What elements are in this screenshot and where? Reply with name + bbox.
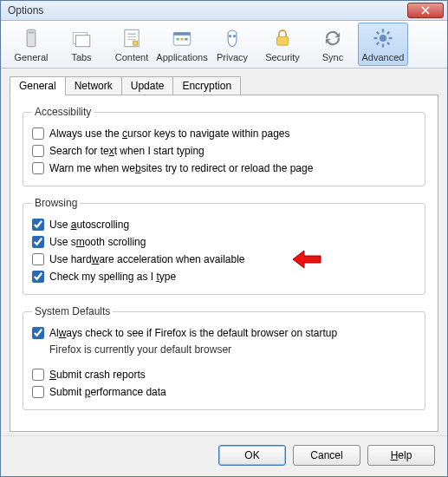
toolbar-label: Security (265, 52, 300, 62)
default-browser-note: Firefox is currently your default browse… (49, 342, 416, 359)
sync-icon (321, 26, 345, 50)
general-icon (19, 26, 43, 50)
privacy-icon (220, 26, 244, 50)
toolbar-content[interactable]: Content (107, 23, 157, 66)
toolbar-applications[interactable]: Applications (157, 23, 207, 66)
toolbar-general[interactable]: General (6, 23, 56, 66)
svg-rect-1 (29, 32, 35, 34)
security-icon (270, 26, 295, 50)
browsing-item-2-row: Use hardware acceleration when available (32, 251, 416, 268)
applications-icon (170, 26, 194, 50)
close-button[interactable] (407, 3, 444, 18)
browsing-group: BrowsingUse autoscrollingUse smooth scro… (23, 197, 425, 295)
subtab-general[interactable]: General (10, 76, 66, 95)
system-item-0-label[interactable]: Always check to see if Firefox is the de… (49, 327, 416, 339)
svg-line-25 (377, 42, 379, 44)
svg-line-24 (387, 32, 389, 34)
toolbar-sync[interactable]: Sync (308, 23, 358, 66)
advanced-subtabs: GeneralNetworkUpdateEncryption (10, 76, 438, 95)
subtab-encryption[interactable]: Encryption (172, 76, 241, 95)
system-item-0-row: Always check to see if Firefox is the de… (32, 324, 416, 342)
accessibility-legend: Accessibility (32, 106, 94, 118)
system-legend: System Defaults (32, 305, 113, 317)
system-group: System DefaultsAlways check to see if Fi… (23, 305, 425, 410)
browsing-legend: Browsing (32, 197, 80, 209)
tabs-icon (69, 26, 94, 50)
svg-rect-16 (277, 36, 289, 45)
system-extra-1-checkbox[interactable] (32, 386, 44, 398)
system-extra-0-checkbox[interactable] (32, 369, 44, 381)
svg-rect-8 (133, 41, 138, 45)
svg-line-23 (387, 42, 389, 44)
browsing-item-3-label[interactable]: Check my spelling as I type (49, 271, 416, 283)
subtab-network[interactable]: Network (65, 76, 122, 95)
accessibility-group: AccessibilityAlways use the cursor keys … (23, 106, 425, 186)
svg-rect-12 (180, 38, 183, 40)
system-extra-1-label[interactable]: Submit performance data (49, 386, 416, 398)
accessibility-item-1-checkbox[interactable] (32, 145, 44, 157)
help-button[interactable]: Help (367, 445, 435, 466)
ok-button[interactable]: OK (218, 445, 286, 466)
accessibility-item-0-row: Always use the cursor keys to navigate w… (32, 125, 416, 142)
browsing-item-1-checkbox[interactable] (32, 236, 44, 248)
toolbar-label: Tabs (71, 52, 91, 62)
browsing-item-0-row: Use autoscrolling (32, 216, 416, 233)
toolbar-label: Advanced (362, 52, 405, 62)
content-icon (120, 26, 144, 50)
toolbar-label: Content (115, 52, 149, 62)
options-window: Options GeneralTabsContentApplicationsPr… (0, 0, 448, 477)
accessibility-item-1-row: Search for text when I start typing (32, 142, 416, 160)
accessibility-item-2-row: Warn me when websites try to redirect or… (32, 160, 416, 177)
window-title: Options (8, 4, 407, 16)
toolbar-label: General (14, 52, 48, 62)
toolbar-label: Privacy (217, 52, 248, 62)
browsing-item-2-checkbox[interactable] (32, 253, 44, 265)
browsing-item-2-label[interactable]: Use hardware acceleration when available (49, 253, 416, 265)
toolbar-label: Applications (156, 52, 207, 62)
browsing-item-0-checkbox[interactable] (32, 219, 44, 231)
toolbar-security[interactable]: Security (257, 23, 308, 66)
toolbar-advanced[interactable]: Advanced (358, 23, 408, 66)
accessibility-item-2-checkbox[interactable] (32, 162, 44, 174)
svg-point-17 (380, 35, 386, 42)
subtab-update[interactable]: Update (121, 76, 174, 95)
category-toolbar: GeneralTabsContentApplicationsPrivacySec… (1, 21, 447, 69)
svg-rect-10 (173, 32, 191, 35)
system-extra-1-row: Submit performance data (32, 383, 416, 401)
svg-line-22 (377, 32, 379, 34)
browsing-item-3-row: Check my spelling as I type (32, 268, 416, 285)
accessibility-item-0-label[interactable]: Always use the cursor keys to navigate w… (49, 127, 416, 140)
accessibility-item-2-label[interactable]: Warn me when websites try to redirect or… (49, 162, 416, 174)
content-area: GeneralNetworkUpdateEncryption Accessibi… (1, 69, 447, 435)
svg-point-14 (229, 35, 231, 37)
advanced-icon (371, 26, 395, 50)
toolbar-label: Sync (322, 52, 343, 62)
accessibility-item-1-label[interactable]: Search for text when I start typing (49, 145, 416, 157)
svg-rect-3 (76, 36, 90, 47)
accessibility-item-0-checkbox[interactable] (32, 127, 44, 140)
browsing-item-3-checkbox[interactable] (32, 271, 44, 283)
dialog-buttons: OK Cancel Help (1, 435, 447, 476)
titlebar: Options (1, 1, 447, 21)
general-subpanel: AccessibilityAlways use the cursor keys … (10, 95, 438, 432)
svg-point-15 (233, 35, 236, 37)
close-icon (421, 6, 430, 15)
toolbar-privacy[interactable]: Privacy (207, 23, 257, 66)
system-extra-0-row: Submit crash reports (32, 366, 416, 383)
svg-rect-13 (185, 38, 187, 40)
system-extra-0-label[interactable]: Submit crash reports (49, 369, 416, 381)
toolbar-tabs[interactable]: Tabs (56, 23, 107, 66)
svg-rect-11 (177, 38, 179, 40)
browsing-item-0-label[interactable]: Use autoscrolling (49, 219, 416, 231)
system-item-0-checkbox[interactable] (32, 327, 44, 339)
browsing-item-1-label[interactable]: Use smooth scrolling (49, 236, 416, 248)
browsing-item-1-row: Use smooth scrolling (32, 233, 416, 251)
cancel-button[interactable]: Cancel (293, 445, 360, 466)
